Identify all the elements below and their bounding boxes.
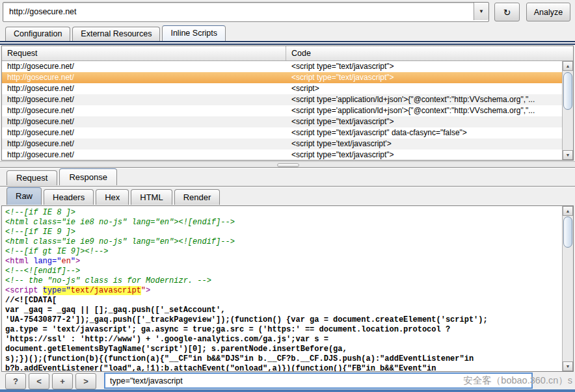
code-line: <!-- the "no-js" class is for Modernizr.… xyxy=(5,276,560,286)
code-segment: > xyxy=(75,257,80,266)
scroll-up-button[interactable]: ▲ xyxy=(563,61,573,71)
panel-splitter[interactable] xyxy=(0,161,575,167)
search-match-highlight: =" xyxy=(61,286,70,295)
table-header-row: Request Code xyxy=(2,46,573,61)
code-segment: " xyxy=(141,286,146,295)
divider-highlight xyxy=(0,187,575,187)
table-row[interactable]: http://gosecure.net/<script type='applic… xyxy=(2,105,562,116)
cell-request: http://gosecure.net/ xyxy=(2,116,286,127)
tab-request[interactable]: Request xyxy=(7,170,57,185)
tab-html[interactable]: HTML xyxy=(131,189,172,205)
tab-headers[interactable]: Headers xyxy=(44,189,94,205)
find-next-label: > xyxy=(83,376,88,386)
code-segment: <script xyxy=(5,286,43,295)
view-tab-bar: RawHeadersHexHTMLRender xyxy=(7,188,220,205)
table-row[interactable]: http://gosecure.net/<script type='applic… xyxy=(2,94,562,105)
table-vertical-scrollbar[interactable]: ▲ ▼ xyxy=(562,61,573,160)
help-button-label: ? xyxy=(13,376,18,386)
cell-code: <script type="text/javascript"> xyxy=(286,116,562,127)
code-line: var _gaq = _gaq || [];_gaq.push(['_setAc… xyxy=(5,306,560,315)
table-row[interactable]: http://gosecure.net/<script> xyxy=(2,83,562,94)
code-vertical-scrollbar[interactable]: ▲ ▼ xyxy=(562,206,573,371)
watermark-text: 安全客（bobao.360.cn）s xyxy=(463,374,572,387)
refresh-button[interactable]: ↻ xyxy=(494,3,520,21)
cell-code: <script> xyxy=(286,83,562,94)
code-segment: <html xyxy=(5,257,33,266)
analyze-button-label: Analyze xyxy=(534,8,563,17)
code-segment: " xyxy=(71,257,75,266)
cell-code: <script type="text/javascript" data-cfas… xyxy=(286,127,562,138)
code-line: s);})();(function(b){(function(a){"__CF"… xyxy=(5,354,560,364)
scrollbar-thumb[interactable] xyxy=(563,72,572,110)
code-segment: =" xyxy=(52,257,61,266)
code-line: <html lang="en"> xyxy=(5,257,560,267)
tab-external-resources[interactable]: External Resources xyxy=(72,27,160,41)
code-segment: en xyxy=(61,257,70,266)
cell-request: http://gosecure.net/ xyxy=(2,105,286,116)
code-line: <!--[if gt IE 9]><!--> xyxy=(5,247,560,257)
code-line: <!--[if IE 9 ]> xyxy=(5,228,560,237)
table-body: http://gosecure.net/<script type="text/j… xyxy=(2,61,562,160)
chevron-down-icon: ▼ xyxy=(479,8,484,14)
search-toolbar: ? < + > 安全客（bobao.360.cn）s xyxy=(0,372,575,389)
find-previous-button[interactable]: < xyxy=(29,373,49,389)
scroll-down-button[interactable]: ▼ xyxy=(563,361,573,371)
tab-configuration[interactable]: Configuration xyxy=(5,27,70,41)
scroll-down-button[interactable]: ▼ xyxy=(563,150,573,160)
scroll-up-button[interactable]: ▲ xyxy=(563,206,573,216)
analyze-button[interactable]: Analyze xyxy=(526,3,570,21)
window-bottom-border xyxy=(0,389,575,392)
help-button[interactable]: ? xyxy=(5,373,26,389)
code-line: <!--[if IE 8 ]> xyxy=(5,208,560,218)
add-button-label: + xyxy=(60,376,65,386)
table-row[interactable]: http://gosecure.net/<script type="text/j… xyxy=(2,116,562,127)
cell-code: <script type="text/javascript"> xyxy=(286,150,562,160)
code-line: <!--<![endif]--> xyxy=(5,267,560,276)
tab-response[interactable]: Response xyxy=(59,168,117,185)
cell-code: <script type='text/javascript'> xyxy=(286,138,562,150)
cell-request: http://gosecure.net/ xyxy=(2,94,286,105)
cell-request: http://gosecure.net/ xyxy=(2,138,286,150)
code-line: //<![CDATA[ xyxy=(5,296,560,306)
cell-code: <script type="text/javascript"> xyxy=(286,61,562,72)
code-line: 'UA-75430877-2']);_gaq.push(['_trackPage… xyxy=(5,315,560,325)
cell-request: http://gosecure.net/ xyxy=(2,150,286,160)
tab-underline xyxy=(0,41,575,45)
tab-raw[interactable]: Raw xyxy=(7,187,42,205)
code-line: <html class="ie ie8 no-js" lang="en"><![… xyxy=(5,218,560,228)
cell-request: http://gosecure.net/ xyxy=(2,72,286,83)
code-line: <html class="ie ie9 no-js" lang="en"><![… xyxy=(5,237,560,247)
scrollbar-thumb[interactable] xyxy=(563,216,572,248)
tab-render[interactable]: Render xyxy=(174,189,221,205)
code-lines: <!--[if IE 8 ]><html class="ie ie8 no-js… xyxy=(5,208,560,372)
url-input[interactable] xyxy=(3,3,475,20)
tab-hex[interactable]: Hex xyxy=(96,189,129,205)
cell-request: http://gosecure.net/ xyxy=(2,127,286,138)
url-dropdown-button[interactable]: ▼ xyxy=(474,3,488,20)
table-row[interactable]: http://gosecure.net/<script type="text/j… xyxy=(2,127,562,138)
url-combobox[interactable]: ▼ xyxy=(3,2,489,22)
code-segment: lang xyxy=(33,257,52,266)
main-tab-bar: ConfigurationExternal ResourcesInline Sc… xyxy=(5,26,226,41)
column-header-code[interactable]: Code xyxy=(286,46,573,60)
response-raw-view: <!--[if IE 8 ]><html class="ie ie8 no-js… xyxy=(1,205,574,372)
column-header-request[interactable]: Request xyxy=(2,46,286,60)
tab-inline-scripts[interactable]: Inline Scripts xyxy=(162,25,226,41)
add-button[interactable]: + xyxy=(52,373,73,389)
cell-request: http://gosecure.net/ xyxy=(2,61,286,72)
find-next-button[interactable]: > xyxy=(75,373,96,389)
search-match-highlight: type xyxy=(43,286,62,295)
cell-code: <script type='application/ld+json'>{"@co… xyxy=(286,94,562,105)
cell-request: http://gosecure.net/ xyxy=(2,83,286,94)
table-row[interactable]: http://gosecure.net/<script type='text/j… xyxy=(2,138,562,150)
cell-code: <script type="text/javascript"> xyxy=(286,72,562,83)
inline-scripts-table: Request Code http://gosecure.net/<script… xyxy=(1,46,574,161)
refresh-icon: ↻ xyxy=(503,7,511,18)
code-segment: > xyxy=(146,286,150,295)
table-row[interactable]: http://gosecure.net/<script type="text/j… xyxy=(2,150,562,160)
code-line: <script type="text/javascript"> xyxy=(5,286,560,296)
code-line: b?b.addEventListener("load",a,!1):b.atta… xyxy=(5,364,560,372)
code-line: ga.type = 'text/javascript'; ga.async = … xyxy=(5,325,560,335)
table-row[interactable]: http://gosecure.net/<script type="text/j… xyxy=(2,72,562,83)
table-row[interactable]: http://gosecure.net/<script type="text/j… xyxy=(2,61,562,72)
